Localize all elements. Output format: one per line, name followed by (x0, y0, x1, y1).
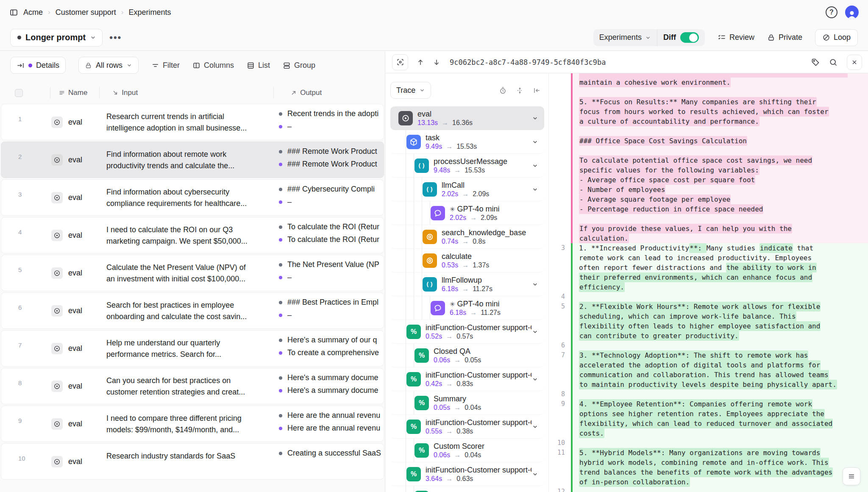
review-button[interactable]: Review (718, 33, 754, 42)
trace-node[interactable]: ()llmCall2.02s→2.09s (390, 178, 544, 201)
all-rows-select[interactable]: All rows (78, 57, 139, 74)
tree-guide-line (406, 486, 406, 492)
diff-removed-line: calculation. (573, 233, 868, 243)
trace-node[interactable]: %initFunction-Customer support-C...0.52s… (390, 320, 544, 344)
table-row[interactable]: 2evalFind information about remote workp… (1, 142, 384, 178)
breadcrumb-workspace[interactable]: Acme (23, 8, 43, 17)
search-icon[interactable] (829, 58, 837, 67)
next-row-button[interactable] (433, 58, 440, 66)
node-durations: 9.48s→15.53s (434, 167, 507, 174)
chevron-down-icon[interactable] (532, 471, 538, 477)
trace-node[interactable]: %initFunction-Customer support-C...0.42s… (390, 367, 544, 391)
trace-node[interactable]: %Closed QA0.06s→0.05s (390, 344, 544, 367)
experiment-bar: Longer prompt ••• Experiments Diff Revie… (0, 25, 868, 51)
table-row[interactable]: 7evalHelp me understand our quarterlyper… (1, 330, 384, 367)
trace-node[interactable]: ✳GPT-4o mini6.18s→11.27s (390, 296, 544, 320)
select-all-checkbox[interactable] (15, 89, 23, 97)
diff-view: maintain a cohesive work environment.5. … (548, 73, 868, 492)
chevron-down-icon[interactable] (532, 328, 538, 335)
filter-button[interactable]: Filter (151, 61, 180, 70)
trace-node[interactable]: %Custom Scorer0.06s→0.04s (390, 439, 544, 462)
node-name: initFunction-Customer support-C... (426, 466, 531, 475)
chevron-down-icon[interactable] (532, 423, 538, 430)
line-number: 10 (548, 438, 565, 448)
trace-node[interactable]: eval13.13s→16.36s (390, 106, 544, 130)
columns-icon (192, 61, 200, 69)
diff-toggle[interactable] (680, 32, 699, 43)
table-row[interactable]: 10evalResearch industry standards for Sa… (1, 443, 384, 480)
column-header-input[interactable]: Input (112, 89, 138, 97)
previous-row-button[interactable] (417, 58, 424, 66)
span-type-icon: % (406, 467, 421, 481)
diff-options-button[interactable] (843, 467, 860, 485)
text-icon (58, 89, 65, 96)
tag-icon[interactable] (811, 58, 820, 67)
diff-added-line: 94. **Employee Retention**: Companies of… (573, 399, 868, 409)
trace-node[interactable]: ()llmFollowup6.18s→11.27s (390, 272, 544, 296)
list-button[interactable]: List (247, 61, 270, 70)
chevron-down-icon[interactable] (532, 115, 538, 121)
table-row[interactable]: 1evalResearch current trends in artifici… (1, 104, 384, 140)
trace-node[interactable]: search_knowledge_base0.74s→0.8s (390, 225, 544, 249)
tree-guide-line (406, 130, 406, 153)
experiment-selector[interactable]: Longer prompt (10, 29, 103, 47)
column-header-name[interactable]: Name (58, 89, 87, 97)
private-button[interactable]: Private (767, 33, 802, 42)
tree-guide-line (414, 296, 414, 320)
breadcrumb-project[interactable]: Customer support (56, 8, 116, 17)
table-row[interactable]: 4evalI need to calculate the ROI on our … (1, 217, 384, 253)
help-icon[interactable]: ? (826, 6, 837, 18)
table-row[interactable]: 3evalFind information about cybersecurit… (1, 179, 384, 216)
avatar[interactable] (845, 6, 859, 19)
expand-trace-button[interactable] (392, 54, 408, 70)
details-button[interactable]: Details (10, 57, 66, 74)
output-field: The Net Present Value (NP (279, 260, 384, 269)
output-field: Here's a summary of our q (279, 336, 384, 345)
close-panel-button[interactable] (847, 55, 862, 70)
view-mode-select[interactable]: Experiments (599, 33, 642, 42)
collapse-vertical-icon[interactable] (516, 86, 524, 95)
table-row[interactable]: 5evalCalculate the Net Present Value (NP… (1, 255, 384, 291)
column-header-output[interactable]: Output (290, 89, 322, 97)
trace-node[interactable]: %Summary0.05s→0.04s (390, 391, 544, 415)
group-button[interactable]: Group (283, 61, 315, 70)
tree-guide-line (414, 154, 414, 177)
loop-button[interactable]: Loop (815, 29, 858, 46)
tree-guide-line (430, 201, 430, 225)
filter-icon (151, 61, 159, 69)
chevron-down-icon[interactable] (532, 281, 538, 287)
eval-row-icon (51, 192, 63, 203)
breadcrumb-page[interactable]: Experiments (128, 8, 171, 17)
table-row[interactable]: 8evalCan you search for best practices o… (1, 368, 384, 404)
diff-removed-line: - Percentage reduction in office space n… (573, 204, 868, 214)
table-row[interactable]: 9evalI need to compare three different p… (1, 406, 384, 442)
chevron-down-icon[interactable] (532, 162, 538, 169)
trace-node[interactable]: ✳GPT-4o mini2.02s→2.09s (390, 201, 544, 225)
trace-node-list: eval13.13s→16.36stask9.49s→15.53s()proce… (390, 106, 544, 492)
trace-id[interactable]: 9c062bc2-a8c7-4a88-9749-5cf840f3c9ba (450, 58, 606, 67)
row-output: Recent trends in the adopti– (275, 104, 384, 140)
trace-node[interactable]: %initFunction-Customer support-C...3.64s… (390, 462, 544, 486)
trace-node[interactable]: %Intent Classification (390, 486, 544, 492)
trace-node[interactable]: task9.49s→15.53s (390, 130, 544, 154)
span-type-icon (431, 206, 445, 220)
trace-node[interactable]: calculate0.53s→1.37s (390, 249, 544, 272)
trace-node[interactable]: %initFunction-Customer support-C...0.55s… (390, 415, 544, 439)
span-type-icon (406, 135, 421, 149)
trace-node[interactable]: ()processUserMessage9.48s→15.53s (390, 154, 544, 178)
node-name: initFunction-Customer support-C... (426, 418, 531, 427)
trace-view-select[interactable]: Trace (390, 82, 431, 99)
chevron-down-icon[interactable] (532, 376, 538, 382)
more-options-button[interactable]: ••• (109, 32, 122, 43)
timing-icon[interactable] (499, 86, 507, 95)
span-type-icon: % (415, 491, 429, 492)
collapse-left-icon[interactable] (533, 86, 541, 95)
columns-button[interactable]: Columns (192, 61, 234, 70)
sidebar-toggle-icon[interactable] (9, 8, 18, 17)
comparison-dot-icon (279, 314, 282, 317)
chevron-down-icon[interactable] (532, 139, 538, 145)
table-row[interactable]: 6evalSearch for best practices in employ… (1, 292, 384, 329)
chevron-down-icon[interactable] (532, 186, 538, 192)
chevron-down-icon[interactable] (645, 35, 651, 41)
output-field: – (279, 311, 384, 320)
